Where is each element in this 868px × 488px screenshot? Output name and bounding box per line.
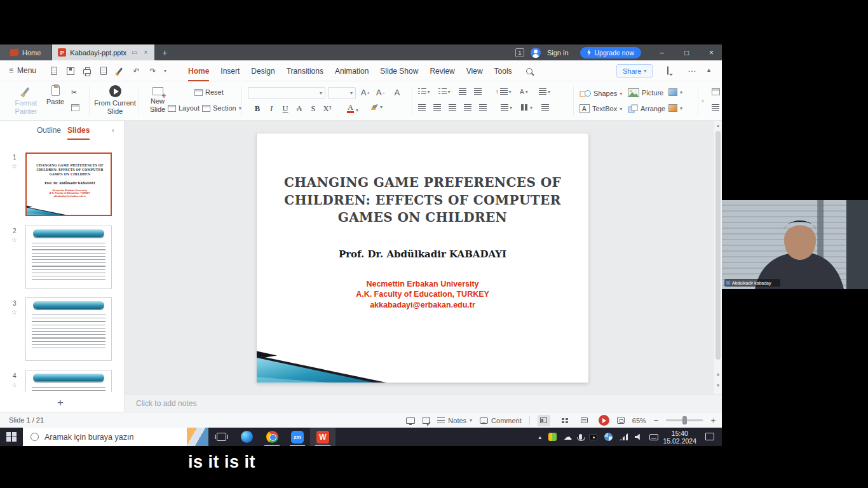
star-icon[interactable]: ☆ (11, 163, 17, 170)
comments-icon[interactable] (667, 66, 668, 75)
chrome-taskbar-button[interactable] (259, 428, 285, 446)
from-current-slide-button[interactable]: From Current Slide (94, 85, 136, 115)
menu-design[interactable]: Design (251, 60, 275, 81)
touch-keyboard-icon[interactable] (649, 434, 658, 440)
vertical-scrollbar[interactable]: ▴ ▴ ▾ (713, 121, 722, 394)
zoom-slider[interactable] (666, 419, 703, 421)
slide-author[interactable]: Prof. Dr. Abdülkadir KABADAYI (257, 248, 588, 260)
tab-close-icon[interactable]: × (142, 49, 149, 56)
comment-button[interactable]: Comment (480, 417, 522, 424)
align-left-button[interactable] (418, 104, 426, 111)
align-right-button[interactable] (449, 104, 456, 111)
increase-font-button[interactable]: A+ (360, 87, 371, 98)
menu-home[interactable]: Home (188, 60, 209, 81)
decrease-indent-button[interactable] (459, 88, 466, 95)
print-icon[interactable] (81, 65, 92, 76)
slide-thumbnail-4[interactable] (25, 370, 112, 392)
previous-slide-icon[interactable]: ▴ (714, 371, 722, 377)
notification-center-icon[interactable] (705, 433, 714, 440)
line-spacing-button[interactable]: ▾ (501, 104, 512, 111)
picture-button[interactable]: Picture (628, 88, 663, 97)
cut-button[interactable]: ✂ (71, 88, 77, 97)
display-settings-icon[interactable] (406, 417, 415, 424)
copy-button[interactable] (71, 104, 79, 111)
columns-button[interactable]: ▾ (521, 104, 532, 111)
tray-expand-icon[interactable]: ▴ (538, 434, 541, 440)
strikethrough-button[interactable]: A (294, 103, 305, 114)
print-preview-icon[interactable] (98, 65, 109, 76)
close-button[interactable]: × (702, 44, 721, 60)
italic-button[interactable]: I (266, 103, 277, 114)
star-icon[interactable]: ☆ (11, 309, 17, 316)
start-button[interactable] (0, 428, 23, 446)
decrease-font-button[interactable]: A− (375, 87, 386, 98)
shadow-button[interactable]: S (308, 103, 319, 114)
tab-outline[interactable]: Outline (37, 121, 61, 140)
paragraph-spacing-button[interactable]: ↕▾ (496, 88, 512, 95)
search-highlight-image[interactable] (187, 428, 208, 446)
microphone-tray-icon[interactable] (579, 434, 582, 440)
zoom-in-button[interactable]: + (710, 416, 715, 425)
menu-view[interactable]: View (466, 60, 483, 81)
next-slide-icon[interactable]: ▾ (714, 383, 722, 388)
more-options-icon[interactable]: … (688, 64, 696, 74)
character-spacing-button[interactable]: ▾ (539, 88, 550, 95)
menu-animation[interactable]: Animation (335, 60, 369, 81)
menu-tools[interactable]: Tools (494, 60, 512, 81)
slide-thumbnail-3[interactable] (25, 297, 112, 361)
new-file-icon[interactable] (48, 65, 59, 76)
collapse-ribbon-icon[interactable]: ▴ (707, 66, 710, 73)
wps-taskbar-button[interactable]: W (310, 428, 336, 446)
layout-button[interactable]: Layout ▾ (168, 104, 205, 112)
underline-button[interactable]: U (280, 103, 291, 114)
font-name-combobox[interactable]: ▾ (248, 87, 325, 99)
tab-home[interactable]: Home (0, 44, 51, 60)
edit-slide-icon[interactable] (423, 417, 430, 424)
slide-thumbnail-2[interactable] (25, 226, 112, 289)
tab-document[interactable]: P Kabadayi-ppt.pptx ▭ × (52, 44, 154, 60)
textbox-button[interactable]: A TextBox ▾ (580, 104, 622, 113)
shapes-button[interactable]: Shapes ▾ (580, 88, 622, 98)
main-menu-button[interactable]: ≡ Menu (9, 66, 36, 75)
maximize-button[interactable]: □ (677, 44, 696, 60)
text-direction-button[interactable]: A▾ (520, 88, 528, 95)
save-icon[interactable] (65, 65, 76, 76)
pane-toggle-bottom-icon[interactable] (712, 104, 719, 111)
bullets-button[interactable]: ▾ (418, 88, 430, 95)
camera-tray-icon[interactable] (589, 434, 597, 440)
cloud-tray-icon[interactable]: ☁ (564, 433, 572, 441)
reading-view-button[interactable] (578, 415, 591, 426)
undo-icon[interactable]: ↶ (131, 65, 142, 76)
shape-fill-button[interactable]: ▾ (668, 88, 682, 96)
tab-preview-icon[interactable]: ▭ (130, 49, 139, 56)
new-tab-button[interactable]: + (162, 48, 167, 58)
quickbar-dropdown-icon[interactable]: ▾ (164, 68, 166, 74)
search-icon[interactable] (526, 68, 532, 74)
minimize-button[interactable]: – (653, 44, 671, 60)
align-center-button[interactable] (433, 104, 441, 111)
format-painter-button[interactable]: Format Painter (10, 85, 42, 115)
scrollbar-thumb[interactable] (715, 131, 721, 360)
document-count-badge[interactable]: 1 (515, 48, 524, 57)
antivirus-tray-icon[interactable] (548, 433, 557, 441)
search-input[interactable] (44, 433, 172, 442)
menu-review[interactable]: Review (430, 60, 454, 81)
arrange-button[interactable]: Arrange ▾ (628, 104, 670, 113)
star-icon[interactable]: ☆ (11, 236, 17, 243)
justify-button[interactable] (464, 104, 471, 111)
bold-button[interactable]: B (252, 103, 263, 114)
format-brush-icon[interactable] (114, 65, 125, 76)
menu-transitions[interactable]: Transitions (287, 60, 323, 81)
zoom-slider-thumb[interactable] (682, 416, 687, 424)
slide-1[interactable]: CHANGING GAME PREFERENCES OF CHILDREN: E… (257, 133, 588, 383)
browser-tray-icon[interactable] (604, 433, 613, 441)
tab-slides[interactable]: Slides (67, 121, 90, 140)
notes-toggle-button[interactable]: Notes ▾ (437, 417, 472, 424)
slide-thumbnail-1[interactable]: CHANGING GAME PREFERENCES OF CHILDREN: E… (25, 152, 112, 216)
increase-indent-button[interactable] (474, 88, 482, 95)
scroll-up-icon[interactable]: ▴ (714, 123, 722, 128)
font-size-combobox[interactable]: ▾ (328, 87, 356, 99)
font-color-button[interactable]: A ▾ (347, 104, 358, 113)
slide-affiliation[interactable]: Necmettin Erbakan University A.K. Facult… (257, 279, 588, 311)
sign-in-button[interactable]: Sign in (547, 49, 569, 57)
